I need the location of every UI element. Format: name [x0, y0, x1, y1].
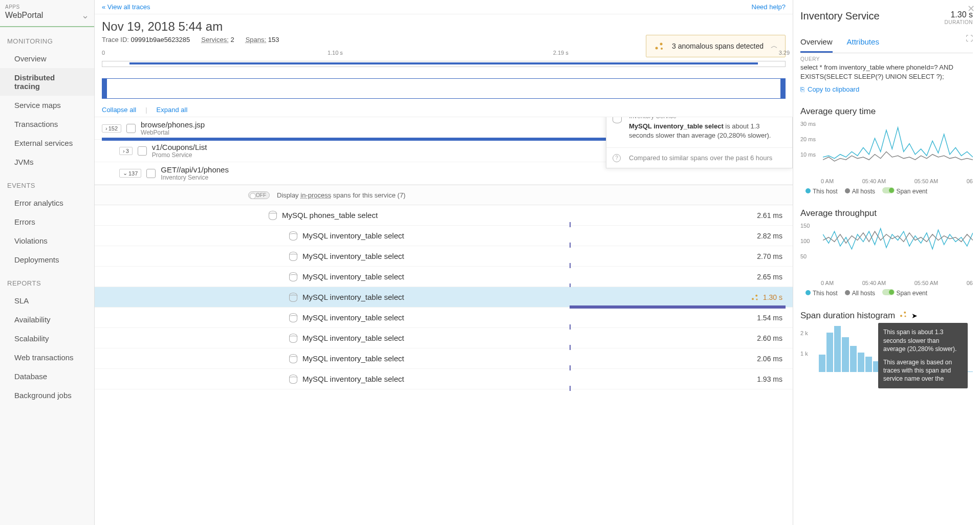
span-name: MySQL inventory_table select — [302, 375, 404, 383]
query-text: select * from inventory_table where phon… — [800, 63, 973, 81]
sidebar-item-jvms[interactable]: JVMs — [0, 152, 94, 171]
span-name: v1/Coupons/List — [152, 143, 207, 151]
expand-all-link[interactable]: Expand all — [157, 106, 188, 114]
separator: | — [145, 106, 147, 114]
help-link[interactable]: Need help? — [752, 3, 786, 11]
span-row-db[interactable]: MySQL inventory_table select2.60 ms — [95, 328, 793, 348]
close-icon[interactable]: ✕ — [967, 3, 975, 14]
sidebar-item-scalability[interactable]: Scalability — [0, 329, 94, 348]
timeline-selection[interactable] — [102, 78, 786, 99]
details-tabs: Overview Attributes ⛶ — [800, 34, 973, 53]
database-icon — [289, 375, 297, 384]
database-icon — [289, 293, 297, 302]
span-row-db[interactable]: MySQL inventory_table select1.54 ms — [95, 308, 793, 328]
app-selector[interactable]: APPS WebPortal ⌄ — [0, 0, 94, 27]
copy-to-clipboard[interactable]: ⎘ Copy to clipboard — [800, 85, 973, 93]
span-row-db[interactable]: MySQL inventory_table select1.93 ms — [95, 369, 793, 389]
span-row-db[interactable]: MySQL inventory_table select2.70 ms — [95, 246, 793, 267]
tab-overview[interactable]: Overview — [800, 34, 833, 53]
legend-dot-all-hosts — [845, 188, 850, 193]
database-icon — [269, 211, 277, 220]
span-name: browse/phones.jsp — [141, 120, 205, 129]
span-toggle[interactable]: › 3 — [119, 147, 133, 155]
minimap-bar — [129, 62, 757, 64]
sidebar-item-service-maps[interactable]: Service maps — [0, 96, 94, 115]
span-toggle[interactable]: › 152 — [102, 124, 121, 133]
cursor-icon: ➤ — [911, 312, 918, 320]
svg-point-8 — [905, 316, 906, 317]
span-row-db[interactable]: MySQL inventory_table select2.65 ms — [95, 267, 793, 287]
nav-section-reports: REPORTS — [0, 269, 94, 291]
span-name: MySQL inventory_table select — [302, 334, 404, 342]
span-row-db[interactable]: MySQL inventory_table select2.82 ms — [95, 226, 793, 246]
span-name: MySQL phones_table select — [282, 211, 378, 220]
span-name: MySQL inventory_table select — [302, 231, 404, 240]
sidebar-item-availability[interactable]: Availability — [0, 310, 94, 329]
span-tree: › 152 browse/phones.jsp WebPortal › 3 v1… — [95, 117, 793, 525]
database-icon — [289, 334, 297, 343]
span-name: GET//api/v1/phones — [161, 165, 229, 174]
span-service: WebPortal — [141, 129, 205, 136]
sidebar: APPS WebPortal ⌄ MONITORING OverviewDist… — [0, 0, 95, 525]
chart-legend: This host All hosts Span event — [800, 187, 973, 195]
app-selector-name: WebPortal — [5, 11, 43, 20]
tab-attributes[interactable]: Attributes — [847, 34, 879, 53]
histogram-bar — [850, 346, 857, 372]
query-label: QUERY — [800, 56, 973, 62]
anomaly-item[interactable]: Inventory ServiceMySQL inventory_table s… — [606, 117, 792, 148]
nav-section-monitoring: MONITORING — [0, 27, 94, 49]
span-name: MySQL inventory_table select — [302, 313, 404, 322]
details-duration-label: DURATION — [945, 19, 973, 25]
service-icon — [126, 124, 136, 133]
span-duration: 1.30 s — [751, 293, 786, 301]
expand-icon[interactable]: ⛶ — [966, 34, 973, 53]
histogram-bar — [826, 333, 833, 372]
back-link[interactable]: « View all traces — [102, 3, 150, 11]
trace-header: Nov 19, 2018 5:44 am Trace ID: 09991b9ae… — [95, 14, 793, 48]
sidebar-item-database[interactable]: Database — [0, 367, 94, 386]
selection-handle-left[interactable] — [102, 78, 107, 99]
sidebar-item-distributed-tracing[interactable]: Distributed tracing — [0, 68, 94, 96]
span-duration: 2.70 ms — [757, 252, 786, 260]
sidebar-item-deployments[interactable]: Deployments — [0, 250, 94, 269]
svg-point-7 — [904, 312, 906, 314]
sidebar-item-sla[interactable]: SLA — [0, 291, 94, 310]
svg-point-3 — [752, 298, 754, 300]
sidebar-item-violations[interactable]: Violations — [0, 231, 94, 250]
trace-id-label: Trace ID: — [102, 36, 129, 43]
database-icon — [289, 354, 297, 363]
histogram-bar — [834, 326, 841, 372]
database-icon — [289, 272, 297, 281]
anomaly-icon — [899, 310, 907, 321]
span-row-db[interactable]: MySQL inventory_table select2.06 ms — [95, 348, 793, 369]
span-toggle[interactable]: ⌄ 137 — [119, 169, 141, 178]
sidebar-item-errors[interactable]: Errors — [0, 212, 94, 231]
sidebar-item-error-analytics[interactable]: Error analytics — [0, 193, 94, 212]
sidebar-item-background-jobs[interactable]: Background jobs — [0, 386, 94, 405]
chart-legend: This host All hosts Span event — [800, 289, 973, 297]
span-event-toggle[interactable] — [882, 289, 895, 295]
tree-controls: Collapse all | Expand all — [95, 103, 793, 117]
ruler-tick: 2.19 s — [553, 50, 569, 56]
span-duration: 1.93 ms — [757, 375, 786, 383]
timeline-minimap[interactable] — [102, 61, 786, 67]
sidebar-item-web-transactions[interactable]: Web transactions — [0, 348, 94, 367]
services-count: 2 — [230, 36, 234, 43]
sidebar-item-overview[interactable]: Overview — [0, 49, 94, 68]
span-event-toggle[interactable] — [882, 187, 895, 193]
details-title: Inventory Service — [800, 10, 880, 22]
in-process-toggle[interactable]: OFF — [248, 191, 270, 199]
span-duration: 2.06 ms — [757, 355, 786, 363]
clipboard-icon: ⎘ — [800, 85, 804, 93]
collapse-all-link[interactable]: Collapse all — [102, 106, 136, 114]
ruler-tick: 1.10 s — [328, 50, 343, 56]
span-row-db[interactable]: MySQL phones_table select2.61 ms — [95, 205, 793, 226]
anomaly-banner-text: 3 anomalous spans detected — [672, 42, 764, 50]
sidebar-item-transactions[interactable]: Transactions — [0, 115, 94, 134]
sidebar-item-external-services[interactable]: External services — [0, 134, 94, 152]
span-duration: 2.65 ms — [757, 273, 786, 281]
help-icon: ? — [613, 154, 621, 162]
selection-handle-right[interactable] — [780, 78, 786, 99]
span-name: MySQL inventory_table select — [302, 272, 404, 281]
span-row-db[interactable]: MySQL inventory_table select1.30 s — [95, 287, 793, 308]
